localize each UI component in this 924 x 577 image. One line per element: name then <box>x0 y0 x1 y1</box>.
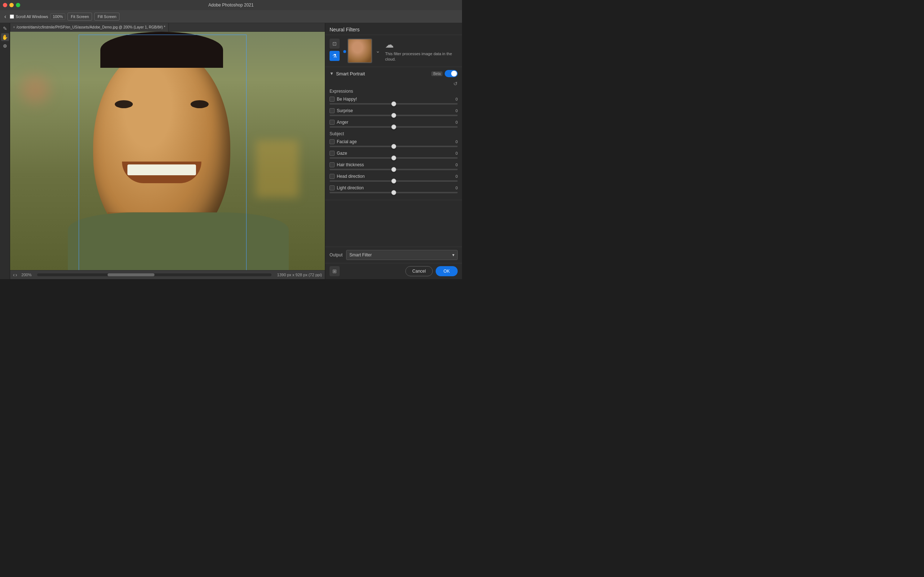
anger-value: 0 <box>452 120 458 124</box>
canvas-viewport[interactable] <box>10 32 325 270</box>
surprise-header: Surprise 0 <box>330 108 458 113</box>
surprise-label: Surprise <box>337 108 450 113</box>
horizontal-scrollbar[interactable] <box>37 273 271 276</box>
surprise-checkbox[interactable] <box>330 108 334 113</box>
scroll-all-windows-input[interactable] <box>10 15 14 19</box>
filter-thumbnail <box>347 39 372 63</box>
facial-age-thumb[interactable] <box>391 144 396 149</box>
be-happy-checkbox[interactable] <box>330 97 334 102</box>
gaze-value: 0 <box>452 151 458 155</box>
filter-preview-row: ⊡ ⚗ ⌄ ☁ This filter processes image data… <box>325 35 462 67</box>
fill-screen-button[interactable]: Fill Screen <box>94 13 120 21</box>
selection-rect <box>79 35 247 270</box>
output-row: Output Smart Filter ▾ <box>325 247 462 263</box>
bokeh-1 <box>21 75 50 104</box>
ok-button[interactable]: OK <box>436 266 458 276</box>
facial-age-checkbox[interactable] <box>330 139 334 144</box>
be-happy-value: 0 <box>452 97 458 102</box>
hair-thickness-slider-row: Hair thickness 0 <box>330 162 458 170</box>
surprise-track[interactable] <box>330 115 458 116</box>
filter-icon-btn-2[interactable]: ⚗ <box>330 51 340 61</box>
facial-age-track[interactable] <box>330 146 458 147</box>
cancel-button[interactable]: Cancel <box>405 266 432 276</box>
light-direction-checkbox[interactable] <box>330 185 334 190</box>
beta-badge: Beta <box>431 71 443 76</box>
gaze-thumb[interactable] <box>391 155 396 161</box>
reset-button[interactable]: ↺ <box>453 81 458 87</box>
app-title: Adobe Photoshop 2021 <box>208 3 254 8</box>
be-happy-slider-row: Be Happy! 0 <box>330 97 458 105</box>
pencil-tool[interactable]: ✎ <box>1 24 9 32</box>
output-dropdown-icon: ▾ <box>452 253 454 258</box>
hair-thickness-header: Hair thickness 0 <box>330 162 458 167</box>
hair-thickness-value: 0 <box>452 163 458 167</box>
be-happy-track[interactable] <box>330 103 458 105</box>
gaze-slider-row: Gaze 0 <box>330 151 458 159</box>
gaze-checkbox[interactable] <box>330 151 334 156</box>
filter-thumbnail-area: ⌄ ☁ This filter processes image data in … <box>343 39 458 63</box>
head-direction-label: Head direction <box>337 174 450 179</box>
bottom-buttons-row: ⊞ Cancel OK <box>325 263 462 279</box>
surprise-thumb[interactable] <box>391 113 396 118</box>
hair-thickness-track[interactable] <box>330 169 458 170</box>
left-toolbar: ✎ ✋ ⊕ <box>0 23 10 279</box>
titlebar: Adobe Photoshop 2021 <box>0 0 462 10</box>
anger-track[interactable] <box>330 126 458 128</box>
status-next-btn[interactable]: › <box>16 272 17 278</box>
light-direction-track[interactable] <box>330 192 458 193</box>
minimize-button[interactable] <box>10 3 14 7</box>
scroll-all-windows-checkbox[interactable]: Scroll All Windows <box>10 15 48 19</box>
sp-title-area: ▼ Smart Portrait <box>330 71 365 76</box>
facial-age-label: Facial age <box>337 139 450 144</box>
hand-tool[interactable]: ✋ <box>1 33 9 41</box>
light-direction-thumb[interactable] <box>391 190 396 195</box>
back-button[interactable]: ‹ <box>3 14 8 19</box>
subject-label: Subject <box>330 131 458 136</box>
canvas-tab[interactable]: × /content/dam/ccfirstmile/PHSP/en_US/as… <box>10 23 168 32</box>
thumbnail-dropdown-btn[interactable]: ⌄ <box>373 47 382 55</box>
smart-portrait-toggle[interactable] <box>445 70 458 77</box>
neural-filters-panel: Neural Filters ⊡ ⚗ ⌄ ☁ This filter proce… <box>325 23 462 279</box>
head-direction-value: 0 <box>452 174 458 179</box>
output-value: Smart Filter <box>349 253 372 258</box>
head-direction-track[interactable] <box>330 180 458 182</box>
head-direction-thumb[interactable] <box>391 179 396 184</box>
compare-icon: ⊞ <box>333 268 337 274</box>
anger-checkbox[interactable] <box>330 120 334 125</box>
dimensions: 1390 px x 928 px (72 ppi) <box>277 272 322 277</box>
hair-thickness-checkbox[interactable] <box>330 162 334 167</box>
facial-age-header: Facial age 0 <box>330 139 458 144</box>
zoom-value: 100% <box>50 13 65 20</box>
filter-icon-group: ⊡ ⚗ <box>330 39 340 61</box>
zoom-level: 200% <box>21 272 31 277</box>
surprise-value: 0 <box>452 108 458 113</box>
canvas-container: × /content/dam/ccfirstmile/PHSP/en_US/as… <box>10 23 325 279</box>
hair-thickness-thumb[interactable] <box>391 167 396 172</box>
status-prev-btn[interactable]: ‹ <box>13 272 15 278</box>
anger-label: Anger <box>337 120 450 125</box>
anger-thumb[interactable] <box>391 124 396 129</box>
expressions-label: Expressions <box>330 89 458 94</box>
fit-screen-button[interactable]: Fit Screen <box>68 13 92 21</box>
face-image-area <box>10 32 325 270</box>
sp-chevron-icon[interactable]: ▼ <box>330 71 334 76</box>
compare-button[interactable]: ⊞ <box>330 266 340 276</box>
close-button[interactable] <box>3 3 7 7</box>
panel-title: Neural Filters <box>330 27 360 32</box>
output-select[interactable]: Smart Filter ▾ <box>346 250 458 260</box>
facial-age-value: 0 <box>452 140 458 144</box>
light-direction-header: Light direction 0 <box>330 185 458 190</box>
bokeh-2 <box>255 140 299 198</box>
tab-close-icon[interactable]: × <box>13 25 15 29</box>
cloud-info-area: ☁ This filter processes image data in th… <box>385 40 458 62</box>
filter-icon-btn-1[interactable]: ⊡ <box>330 39 340 49</box>
zoom-tool[interactable]: ⊕ <box>1 42 9 50</box>
gaze-track[interactable] <box>330 157 458 159</box>
be-happy-label: Be Happy! <box>337 97 450 102</box>
active-indicator <box>343 50 346 53</box>
head-direction-checkbox[interactable] <box>330 174 334 179</box>
be-happy-thumb[interactable] <box>391 102 396 106</box>
status-bar: ‹ › 200% 1390 px x 928 px (72 ppi) <box>10 270 325 279</box>
maximize-button[interactable] <box>16 3 20 7</box>
light-direction-slider-row: Light direction 0 <box>330 185 458 193</box>
